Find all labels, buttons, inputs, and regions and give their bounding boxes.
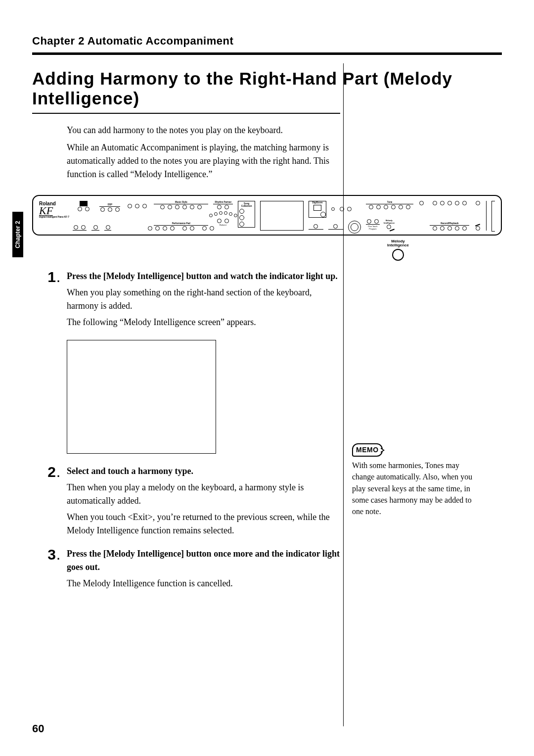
step-3-body-1: The Melody Intelligence function is canc… bbox=[67, 577, 344, 590]
button-dot bbox=[419, 201, 424, 205]
score-icon bbox=[313, 205, 321, 211]
button-dot bbox=[190, 226, 194, 231]
button-dot bbox=[313, 224, 318, 229]
arrow-icon bbox=[390, 229, 395, 231]
button-dot bbox=[376, 205, 381, 209]
button-dot bbox=[182, 226, 187, 231]
record-label: Record/Playback bbox=[441, 222, 458, 225]
button-dot bbox=[462, 226, 467, 231]
button-dot bbox=[197, 205, 202, 209]
step-number: 2. bbox=[32, 465, 60, 479]
panel-left-col: DSP bbox=[73, 201, 149, 231]
button-dot bbox=[170, 226, 175, 231]
digiscore-group: DigiScore bbox=[309, 201, 361, 231]
button-dot bbox=[476, 226, 480, 231]
button-dot bbox=[163, 226, 167, 231]
button-dot bbox=[224, 219, 229, 223]
song-collection-box: Song Collection bbox=[238, 201, 255, 228]
tiny-label bbox=[137, 209, 137, 211]
button-dot bbox=[391, 205, 396, 209]
button-dot bbox=[239, 209, 244, 214]
button-dot bbox=[374, 219, 379, 224]
step-1-body-1: When you play something on the right-han… bbox=[67, 286, 344, 313]
led-dot bbox=[229, 212, 232, 216]
button-dot bbox=[202, 226, 207, 231]
melody-intelligence-button bbox=[387, 225, 391, 229]
display-icon bbox=[80, 201, 88, 206]
button-dot bbox=[384, 205, 388, 209]
perf-pad-label: Performance Pad bbox=[172, 222, 190, 225]
memo-block: MEMO With some harmonies, Tones may chan… bbox=[352, 443, 476, 517]
model-text: KF bbox=[39, 206, 53, 216]
step-2-instruction: Select and touch a harmony type. bbox=[67, 466, 193, 476]
record-group: Record/Playback bbox=[430, 201, 469, 231]
button-dot bbox=[148, 226, 152, 231]
button-dot bbox=[81, 225, 86, 230]
button-dot bbox=[93, 225, 98, 230]
memo-icon: MEMO bbox=[352, 443, 383, 457]
button-dot bbox=[217, 219, 222, 223]
steps-block: 1. Press the [Melody Intelligence] butto… bbox=[32, 270, 502, 593]
button-dot bbox=[462, 201, 467, 205]
tiny-label bbox=[84, 212, 84, 214]
digiscore-label: DigiScore bbox=[312, 201, 322, 204]
digiscore-box: DigiScore bbox=[309, 201, 326, 218]
music-style-group: Music Style Performance Pad bbox=[154, 201, 208, 231]
right-column-rule bbox=[343, 63, 344, 726]
button-dot bbox=[440, 201, 445, 205]
led-dot bbox=[209, 214, 213, 217]
far-right-group bbox=[474, 201, 481, 231]
tone-group: Tone One Touch Program Melody Intelligen… bbox=[366, 201, 413, 231]
step-3-instruction: Press the [Melody Intelligence] button o… bbox=[67, 549, 340, 572]
button-dot bbox=[347, 207, 352, 211]
balance-label: Balance bbox=[220, 224, 226, 226]
dial-knob bbox=[348, 221, 361, 234]
page-title: Adding Harmony to the Right-Hand Part (M… bbox=[32, 69, 502, 109]
button-dot bbox=[455, 226, 459, 231]
intro-block: You can add harmony to the notes you pla… bbox=[67, 124, 344, 181]
mi-callout-label-2: Intelligence bbox=[387, 243, 409, 247]
rhythm-label: Rhythm Partner bbox=[215, 201, 231, 203]
button-dot bbox=[135, 204, 139, 208]
melody-intelligence-callout: MelodyIntelligence bbox=[387, 239, 409, 261]
panel-diagram: Roland KF Digital Intelligent Piano KF-7… bbox=[32, 195, 502, 261]
one-touch-label: One Touch Program bbox=[366, 225, 380, 230]
brand-block: Roland KF Digital Intelligent Piano KF-7 bbox=[39, 201, 68, 219]
button-dot bbox=[85, 207, 89, 211]
chapter-side-tab: Chapter 2 bbox=[12, 212, 23, 257]
side-tab-text: Chapter 2 bbox=[14, 221, 21, 248]
button-dot bbox=[455, 201, 459, 205]
step-2-body-2: When you touch <Exit>, you’re returned t… bbox=[67, 511, 344, 537]
button-dot bbox=[433, 201, 437, 205]
led-dot bbox=[214, 212, 218, 216]
mi-callout-ring-icon bbox=[392, 249, 404, 261]
button-dot bbox=[168, 205, 172, 209]
step-number: 1. bbox=[32, 270, 60, 284]
led-dot bbox=[224, 211, 227, 215]
chapter-header: Chapter 2 Automatic Accompaniment bbox=[32, 35, 502, 47]
step-2-body-1: Then when you play a melody on the keybo… bbox=[67, 481, 344, 508]
led-dot bbox=[331, 207, 335, 211]
song-collection-label: Song Collection bbox=[239, 202, 254, 207]
memo-text: With some harmonies, Tones may change au… bbox=[352, 460, 476, 517]
button-dot bbox=[74, 225, 78, 230]
single-button-group bbox=[418, 201, 425, 205]
button-dot bbox=[142, 204, 147, 208]
button-dot bbox=[333, 224, 338, 229]
button-dot bbox=[182, 205, 187, 209]
intro-p1: You can add harmony to the notes you pla… bbox=[67, 124, 344, 137]
button-dot bbox=[433, 226, 437, 231]
button-dot bbox=[320, 212, 326, 217]
button-dot bbox=[369, 205, 373, 209]
tone-label: Tone bbox=[387, 201, 392, 203]
step-1-body-2: The following “Melody Intelligence scree… bbox=[67, 316, 344, 329]
button-dot bbox=[406, 205, 410, 209]
button-dot bbox=[128, 204, 132, 208]
memo-label: MEMO bbox=[352, 443, 383, 457]
button-dot bbox=[108, 207, 112, 212]
panel-end-divider bbox=[486, 201, 487, 231]
top-rule bbox=[32, 52, 502, 55]
button-dot bbox=[100, 207, 105, 212]
submodel-text: Digital Intelligent Piano KF-7 bbox=[39, 216, 69, 218]
title-rule bbox=[32, 113, 340, 114]
